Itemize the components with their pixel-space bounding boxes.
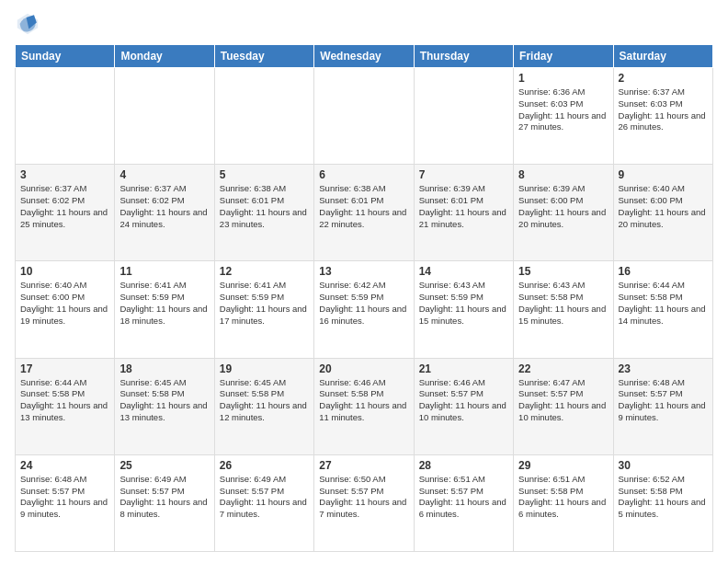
calendar-cell: 18Sunrise: 6:45 AM Sunset: 5:58 PM Dayli… [115,358,214,454]
calendar-cell: 7Sunrise: 6:39 AM Sunset: 6:01 PM Daylig… [414,165,513,261]
day-number: 28 [419,459,508,472]
calendar-cell: 22Sunrise: 6:47 AM Sunset: 5:57 PM Dayli… [514,358,613,454]
day-info: Sunrise: 6:41 AM Sunset: 5:59 PM Dayligh… [119,280,209,327]
day-number: 14 [419,265,508,278]
day-number: 16 [619,265,708,278]
weekday-header-sunday: Sunday [16,45,115,68]
calendar-cell: 19Sunrise: 6:45 AM Sunset: 5:58 PM Dayli… [214,358,313,454]
calendar-cell: 29Sunrise: 6:51 AM Sunset: 5:58 PM Dayli… [514,454,613,551]
day-info: Sunrise: 6:39 AM Sunset: 6:01 PM Dayligh… [419,183,508,230]
calendar-cell [16,68,115,165]
day-info: Sunrise: 6:38 AM Sunset: 6:01 PM Dayligh… [319,183,408,230]
calendar-cell: 9Sunrise: 6:40 AM Sunset: 6:00 PM Daylig… [613,165,712,261]
day-info: Sunrise: 6:50 AM Sunset: 5:57 PM Dayligh… [319,474,408,521]
calendar-cell: 5Sunrise: 6:38 AM Sunset: 6:01 PM Daylig… [214,165,313,261]
day-number: 3 [20,168,109,181]
day-number: 10 [20,265,109,278]
calendar-cell: 20Sunrise: 6:46 AM Sunset: 5:58 PM Dayli… [314,358,414,454]
calendar-cell: 24Sunrise: 6:48 AM Sunset: 5:57 PM Dayli… [16,454,115,551]
day-info: Sunrise: 6:49 AM Sunset: 5:57 PM Dayligh… [119,474,209,521]
weekday-header-row: SundayMondayTuesdayWednesdayThursdayFrid… [16,45,713,68]
calendar-week-1: 1Sunrise: 6:36 AM Sunset: 6:03 PM Daylig… [16,68,713,165]
calendar-cell: 16Sunrise: 6:44 AM Sunset: 5:58 PM Dayli… [613,261,712,358]
day-info: Sunrise: 6:46 AM Sunset: 5:58 PM Dayligh… [319,377,408,424]
day-info: Sunrise: 6:48 AM Sunset: 5:57 PM Dayligh… [619,377,708,424]
day-info: Sunrise: 6:38 AM Sunset: 6:01 PM Dayligh… [220,183,309,230]
day-info: Sunrise: 6:39 AM Sunset: 6:00 PM Dayligh… [518,183,608,230]
calendar-cell [314,68,414,165]
calendar-cell: 8Sunrise: 6:39 AM Sunset: 6:00 PM Daylig… [514,165,613,261]
day-info: Sunrise: 6:43 AM Sunset: 5:59 PM Dayligh… [419,280,508,327]
day-info: Sunrise: 6:48 AM Sunset: 5:57 PM Dayligh… [20,474,109,521]
calendar-cell: 27Sunrise: 6:50 AM Sunset: 5:57 PM Dayli… [314,454,414,551]
day-number: 11 [119,265,209,278]
calendar-cell: 25Sunrise: 6:49 AM Sunset: 5:57 PM Dayli… [115,454,214,551]
day-info: Sunrise: 6:40 AM Sunset: 6:00 PM Dayligh… [20,280,109,327]
day-info: Sunrise: 6:37 AM Sunset: 6:03 PM Dayligh… [619,86,708,133]
calendar-header: SundayMondayTuesdayWednesdayThursdayFrid… [16,45,713,68]
day-number: 7 [419,168,508,181]
day-number: 12 [220,265,309,278]
day-number: 22 [518,362,608,375]
day-number: 18 [119,362,209,375]
logo [15,11,44,37]
day-number: 4 [119,168,209,181]
day-number: 15 [518,265,608,278]
day-number: 26 [220,459,309,472]
weekday-header-friday: Friday [514,45,613,68]
calendar-cell [115,68,214,165]
calendar-cell: 17Sunrise: 6:44 AM Sunset: 5:58 PM Dayli… [16,358,115,454]
calendar-week-5: 24Sunrise: 6:48 AM Sunset: 5:57 PM Dayli… [16,454,713,551]
weekday-header-monday: Monday [115,45,214,68]
day-number: 8 [518,168,608,181]
day-info: Sunrise: 6:41 AM Sunset: 5:59 PM Dayligh… [220,280,309,327]
calendar-cell: 4Sunrise: 6:37 AM Sunset: 6:02 PM Daylig… [115,165,214,261]
day-number: 30 [619,459,708,472]
day-info: Sunrise: 6:44 AM Sunset: 5:58 PM Dayligh… [20,377,109,424]
day-info: Sunrise: 6:45 AM Sunset: 5:58 PM Dayligh… [220,377,309,424]
day-info: Sunrise: 6:45 AM Sunset: 5:58 PM Dayligh… [119,377,209,424]
calendar-cell: 23Sunrise: 6:48 AM Sunset: 5:57 PM Dayli… [613,358,712,454]
day-number: 9 [619,168,708,181]
day-info: Sunrise: 6:51 AM Sunset: 5:57 PM Dayligh… [419,474,508,521]
calendar-cell: 1Sunrise: 6:36 AM Sunset: 6:03 PM Daylig… [514,68,613,165]
calendar-cell: 30Sunrise: 6:52 AM Sunset: 5:58 PM Dayli… [613,454,712,551]
weekday-header-saturday: Saturday [613,45,712,68]
day-number: 20 [319,362,408,375]
calendar-cell: 14Sunrise: 6:43 AM Sunset: 5:59 PM Dayli… [414,261,513,358]
day-number: 24 [20,459,109,472]
calendar-cell: 12Sunrise: 6:41 AM Sunset: 5:59 PM Dayli… [214,261,313,358]
day-info: Sunrise: 6:44 AM Sunset: 5:58 PM Dayligh… [619,280,708,327]
day-number: 13 [319,265,408,278]
weekday-header-thursday: Thursday [414,45,513,68]
calendar-cell: 6Sunrise: 6:38 AM Sunset: 6:01 PM Daylig… [314,165,414,261]
header [15,11,713,37]
calendar-cell [214,68,313,165]
calendar-week-4: 17Sunrise: 6:44 AM Sunset: 5:58 PM Dayli… [16,358,713,454]
calendar-table: SundayMondayTuesdayWednesdayThursdayFrid… [15,44,713,552]
day-number: 1 [518,72,608,85]
calendar-cell: 28Sunrise: 6:51 AM Sunset: 5:57 PM Dayli… [414,454,513,551]
day-info: Sunrise: 6:37 AM Sunset: 6:02 PM Dayligh… [119,183,209,230]
weekday-header-wednesday: Wednesday [314,45,414,68]
calendar-cell [414,68,513,165]
calendar-body: 1Sunrise: 6:36 AM Sunset: 6:03 PM Daylig… [16,68,713,552]
day-info: Sunrise: 6:37 AM Sunset: 6:02 PM Dayligh… [20,183,109,230]
day-info: Sunrise: 6:40 AM Sunset: 6:00 PM Dayligh… [619,183,708,230]
calendar-cell: 13Sunrise: 6:42 AM Sunset: 5:59 PM Dayli… [314,261,414,358]
day-info: Sunrise: 6:51 AM Sunset: 5:58 PM Dayligh… [518,474,608,521]
day-info: Sunrise: 6:46 AM Sunset: 5:57 PM Dayligh… [419,377,508,424]
calendar-cell: 11Sunrise: 6:41 AM Sunset: 5:59 PM Dayli… [115,261,214,358]
weekday-header-tuesday: Tuesday [214,45,313,68]
day-info: Sunrise: 6:42 AM Sunset: 5:59 PM Dayligh… [319,280,408,327]
day-info: Sunrise: 6:36 AM Sunset: 6:03 PM Dayligh… [518,86,608,133]
calendar-week-2: 3Sunrise: 6:37 AM Sunset: 6:02 PM Daylig… [16,165,713,261]
day-number: 29 [518,459,608,472]
day-number: 5 [220,168,309,181]
day-number: 21 [419,362,508,375]
day-number: 17 [20,362,109,375]
calendar-cell: 10Sunrise: 6:40 AM Sunset: 6:00 PM Dayli… [16,261,115,358]
day-info: Sunrise: 6:49 AM Sunset: 5:57 PM Dayligh… [220,474,309,521]
calendar-cell: 26Sunrise: 6:49 AM Sunset: 5:57 PM Dayli… [214,454,313,551]
day-info: Sunrise: 6:43 AM Sunset: 5:58 PM Dayligh… [518,280,608,327]
